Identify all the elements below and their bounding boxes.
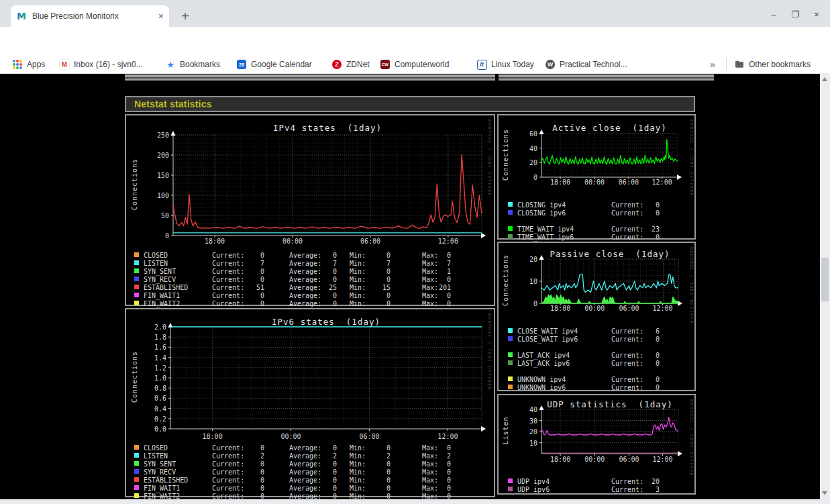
legend-value: 0 [630, 360, 660, 367]
computerworld-icon: CW [380, 59, 391, 70]
y-tick-label: 1.4 [148, 354, 166, 362]
legend-value: 0 [630, 209, 660, 217]
legend-swatch [134, 445, 139, 450]
bookmark-zdnet[interactable]: Z ZDNet [331, 58, 370, 71]
bookmark-linux-today[interactable]: lt Linux Today [476, 58, 534, 71]
window-close-button[interactable]: × [809, 7, 824, 21]
legend-swatch [134, 301, 139, 305]
legend-value: 0 [232, 268, 264, 275]
active-close-graph[interactable]: Active close (1day)Connections020406018:… [497, 114, 696, 240]
bookmark-bookmarks[interactable]: ★ Bookmarks [165, 58, 220, 71]
y-tick-label: 0.2 [148, 415, 166, 423]
tab-close-icon[interactable]: × [158, 11, 164, 21]
legend-value: 0 [419, 300, 451, 307]
udp-statistics-graph[interactable]: UDP statistics (1day)Listen1020304018:00… [497, 394, 696, 495]
legend-label: UDP ipv4 [517, 478, 550, 485]
passive-close-graph[interactable]: Passive close (1day)Connections0102018:0… [497, 242, 696, 391]
y-tick-label: 20 [519, 256, 537, 263]
y-tick-label: 250 [150, 132, 169, 139]
zdnet-icon: Z [331, 59, 342, 70]
horizontal-scrollbar[interactable] [0, 499, 820, 504]
bookmark-google-calendar[interactable]: 28 Google Calendar [236, 58, 312, 71]
legend-swatch [508, 360, 513, 365]
udp-statistics-plot [541, 409, 685, 460]
legend-value: 0 [360, 300, 391, 307]
legend-value: 0 [311, 268, 337, 275]
legend-swatch [508, 352, 513, 357]
y-tick-label: 0.8 [148, 385, 166, 392]
legend-swatch [134, 477, 139, 482]
legend-value: 0 [360, 268, 391, 275]
legend-value: 0 [360, 444, 391, 452]
legend-value: 20 [630, 478, 660, 485]
legend-value: 0 [630, 384, 660, 391]
legend-value: 7 [419, 260, 451, 267]
bookmarks-overflow-chevron[interactable]: » [710, 58, 715, 71]
legend-label: CLOSE_WAIT ipv6 [517, 336, 578, 343]
y-tick-label: 0 [519, 174, 537, 181]
legend-value: 0 [630, 234, 660, 241]
y-tick-label: 40 [519, 406, 537, 413]
wordpress-icon: W [545, 59, 556, 70]
scroll-down-arrow-icon[interactable] [822, 491, 827, 495]
browser-tab[interactable]: M Blue Precision Monitorix × [11, 5, 169, 27]
ipv4-states-y-axis-label: Connections [131, 144, 138, 225]
y-tick-label: 0.6 [148, 395, 166, 402]
y-tick-label: 200 [150, 152, 169, 159]
legend-swatch [508, 226, 513, 231]
legend-value: 15 [360, 284, 391, 291]
ipv4-states-graph[interactable]: IPv4 states (1day)Connections05010015020… [125, 114, 495, 306]
legend-swatch [134, 252, 139, 257]
legend-value: 0 [360, 493, 391, 499]
legend-value: 0 [232, 476, 264, 484]
legend-value: 0 [360, 460, 391, 468]
legend-value: 0 [311, 485, 337, 492]
rrdtool-watermark: RRDTOOL / TOBI OETIKER [688, 247, 694, 386]
legend-value: 0 [232, 276, 264, 283]
legend-label: CLOSING ipv4 [517, 201, 566, 209]
legend-value: 6 [630, 327, 660, 335]
legend-swatch [508, 202, 513, 207]
bookmark-label: Linux Today [491, 60, 534, 69]
other-bookmarks-folder[interactable]: Other bookmarks [734, 58, 811, 71]
passive-close-y-axis-label: Connections [502, 240, 509, 321]
y-tick-label: 2.0 [148, 323, 166, 331]
legend-value: 0 [419, 276, 451, 283]
section-title: Netstat statistics [126, 99, 212, 109]
bookmark-computerworld[interactable]: CW Computerworld [380, 58, 449, 71]
y-tick-label: 20 [519, 428, 537, 436]
new-tab-button[interactable]: + [176, 7, 195, 26]
legend-value: 0 [419, 476, 451, 484]
legend-value: 0 [630, 352, 660, 359]
legend-value: 0 [360, 292, 391, 299]
vertical-scrollbar[interactable] [820, 74, 830, 499]
window-maximize-button[interactable]: ❐ [788, 7, 802, 21]
legend-value: 0 [360, 252, 391, 259]
legend-swatch [508, 478, 513, 483]
scroll-up-arrow-icon[interactable] [822, 77, 827, 81]
legend-value: 0 [232, 292, 264, 299]
bookmark-label: ZDNet [346, 60, 370, 69]
bookmark-label: Computerworld [395, 60, 449, 69]
legend-value: 0 [419, 444, 451, 452]
window-minimize-button[interactable]: – [766, 7, 781, 21]
legend-swatch [134, 293, 139, 297]
active-close-y-axis-label: Connections [502, 114, 509, 195]
previous-graph-bottom-border-right [499, 74, 714, 81]
bookmark-inbox[interactable]: M Inbox (16) - sjvn0... [59, 58, 143, 71]
legend-label: FIN_WAIT2 [144, 493, 180, 499]
bookmark-label: Bookmarks [180, 60, 220, 69]
legend-label: CLOSE_WAIT ipv4 [517, 327, 578, 335]
legend-value: 0 [630, 336, 660, 343]
legend-label: ESTABLISHED [144, 284, 188, 291]
apps-shortcut[interactable]: Apps [12, 58, 45, 71]
ipv6-states-graph[interactable]: IPv6 states (1day)Connections0.00.20.40.… [125, 308, 495, 497]
legend-swatch [134, 493, 139, 498]
legend-swatch [508, 234, 513, 239]
legend-value: 0 [311, 444, 337, 452]
ipv6-states-title: IPv6 states (1day) [239, 317, 413, 327]
bookmark-practical-technology[interactable]: W Practical Technol... [545, 58, 627, 71]
vertical-scrollbar-thumb[interactable] [821, 258, 829, 301]
legend-value: 3 [630, 486, 660, 493]
legend-label: CLOSED [144, 252, 168, 259]
